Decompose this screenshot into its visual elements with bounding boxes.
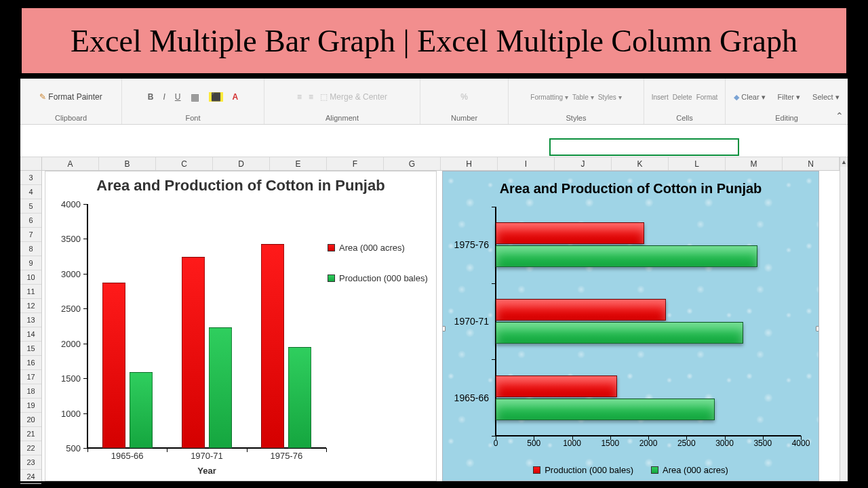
column-header[interactable]: C — [156, 157, 213, 170]
column-header[interactable]: A — [42, 157, 99, 170]
legend-swatch-icon — [533, 466, 540, 474]
banner-title: Excel Multiple Bar Graph | Excel Multipl… — [71, 23, 797, 59]
conditional-formatting-button[interactable]: Formatting ▾ — [530, 94, 568, 101]
chart-column[interactable]: Area and Production of Cotton in Punjab … — [45, 171, 437, 481]
legend-item: Production (000 bales) — [533, 465, 633, 475]
ribbon: ✎ Format Painter Clipboard B I U ▦ ⬛ A F… — [20, 79, 848, 125]
row-header[interactable]: 22 — [20, 441, 41, 455]
underline-button[interactable]: U — [175, 92, 181, 102]
row-header[interactable]: 7 — [20, 228, 41, 242]
column-header[interactable]: N — [783, 157, 840, 170]
delete-button[interactable]: Delete — [673, 94, 692, 101]
column-header[interactable]: H — [441, 157, 498, 170]
column-header[interactable]: F — [327, 157, 384, 170]
legend-label: Area (000 acres) — [663, 465, 728, 475]
row-header[interactable]: 15 — [20, 342, 41, 356]
row-header[interactable]: 13 — [20, 313, 41, 327]
chart2-plot-area — [496, 207, 801, 436]
row-header[interactable]: 8 — [20, 242, 41, 256]
ribbon-group-label: Alignment — [273, 113, 412, 124]
sheet-canvas[interactable]: Area and Production of Cotton in Punjab … — [42, 171, 840, 481]
select-all-button[interactable] — [20, 157, 42, 171]
merge-center-button[interactable]: ⬚ Merge & Center — [320, 92, 387, 102]
chart-bar — [102, 283, 125, 448]
axis-tick-label: 1970-71 — [454, 316, 489, 327]
chart-bar[interactable]: Area and Production of Cotton in Punjab … — [442, 171, 819, 481]
axis-tick-label: 1975-76 — [247, 451, 326, 464]
row-header[interactable]: 14 — [20, 327, 41, 342]
chart2-legend: Production (000 bales) Area (000 acres) — [443, 465, 818, 475]
legend-item: Area (000 acres) — [651, 465, 728, 475]
row-header[interactable]: 5 — [20, 199, 41, 214]
format-button[interactable]: Format — [696, 94, 718, 101]
column-header[interactable]: I — [498, 157, 555, 170]
align-icon[interactable]: ≡ — [309, 92, 313, 102]
row-header[interactable]: 6 — [20, 214, 41, 228]
axis-tick-label: 500 — [66, 443, 81, 453]
column-header[interactable]: E — [270, 157, 327, 170]
row-header[interactable]: 16 — [20, 356, 41, 370]
ribbon-group-label: Cells — [652, 113, 717, 124]
ribbon-group-label: Editing — [734, 113, 840, 124]
ribbon-group-label: Font — [130, 113, 256, 124]
excel-window: ✎ Format Painter Clipboard B I U ▦ ⬛ A F… — [20, 79, 848, 481]
row-header[interactable]: 11 — [20, 285, 41, 299]
worksheet-grid: ABCDEFGHIJKLMN 3456789101112131415161718… — [20, 157, 848, 481]
column-headers[interactable]: ABCDEFGHIJKLMN — [42, 157, 840, 171]
cell-styles-button[interactable]: Styles ▾ — [598, 94, 622, 101]
ribbon-group-styles: Formatting ▾ Table ▾ Styles ▾ Styles — [509, 79, 644, 124]
sort-filter-button[interactable]: Filter ▾ — [778, 93, 801, 102]
axis-tick-label: 3000 — [61, 268, 81, 279]
axis-tick-label: 3000 — [715, 439, 734, 448]
bold-button[interactable]: B — [148, 92, 154, 102]
row-header[interactable]: 23 — [20, 455, 41, 470]
stage: Excel Multiple Bar Graph | Excel Multipl… — [0, 0, 868, 488]
row-header[interactable]: 20 — [20, 413, 41, 427]
legend-label: Production (000 bales) — [545, 465, 633, 475]
format-as-table-button[interactable]: Table ▾ — [572, 94, 594, 101]
row-header[interactable]: 17 — [20, 370, 41, 384]
number-format-icon[interactable]: % — [460, 92, 468, 102]
row-headers[interactable]: 3456789101112131415161718192021222324 — [20, 171, 42, 481]
eraser-icon: ◆ — [734, 93, 739, 102]
row-header[interactable]: 4 — [20, 185, 41, 199]
axis-tick-label: 1500 — [601, 439, 619, 448]
insert-button[interactable]: Insert — [652, 94, 669, 101]
axis-tick-label: 4000 — [61, 199, 81, 209]
row-header[interactable]: 19 — [20, 399, 41, 413]
font-color-button[interactable]: A — [233, 92, 239, 102]
scroll-up-button[interactable]: ▲ — [840, 157, 848, 167]
clear-button[interactable]: ◆ Clear ▾ — [734, 93, 765, 102]
chart-resize-handle[interactable] — [816, 326, 819, 331]
column-header[interactable]: G — [384, 157, 441, 170]
clear-label: Clear — [741, 93, 759, 101]
row-header[interactable]: 18 — [20, 384, 41, 399]
row-header[interactable]: 12 — [20, 299, 41, 313]
row-header[interactable]: 3 — [20, 171, 41, 185]
find-select-button[interactable]: Select ▾ — [812, 93, 840, 102]
align-icon[interactable]: ≡ — [297, 92, 302, 102]
borders-button[interactable]: ▦ — [191, 92, 199, 102]
fill-color-button[interactable]: ⬛ — [209, 92, 223, 102]
column-header[interactable]: M — [726, 157, 783, 170]
vertical-scrollbar[interactable]: ▲ — [840, 157, 848, 481]
row-header[interactable]: 10 — [20, 270, 41, 285]
chart-bar — [496, 222, 644, 244]
row-header[interactable]: 9 — [20, 256, 41, 270]
collapse-ribbon-button[interactable]: ⌃ — [835, 110, 844, 121]
axis-tick-label: 500 — [527, 439, 540, 448]
italic-button[interactable]: I — [163, 92, 165, 102]
legend-swatch-icon — [651, 466, 658, 474]
row-header[interactable]: 21 — [20, 427, 41, 441]
row-header[interactable]: 24 — [20, 470, 41, 484]
chart2-x-axis: 05001000150020002500300035004000 — [496, 439, 801, 451]
axis-tick-label: 1965-66 — [87, 451, 167, 464]
column-header[interactable]: J — [555, 157, 612, 170]
format-painter-button[interactable]: ✎ Format Painter — [39, 92, 102, 102]
chart-selection-box[interactable] — [549, 138, 739, 156]
column-header[interactable]: B — [99, 157, 156, 170]
chart-bar — [209, 327, 232, 448]
column-header[interactable]: D — [213, 157, 270, 170]
column-header[interactable]: L — [669, 157, 726, 170]
column-header[interactable]: K — [612, 157, 669, 170]
